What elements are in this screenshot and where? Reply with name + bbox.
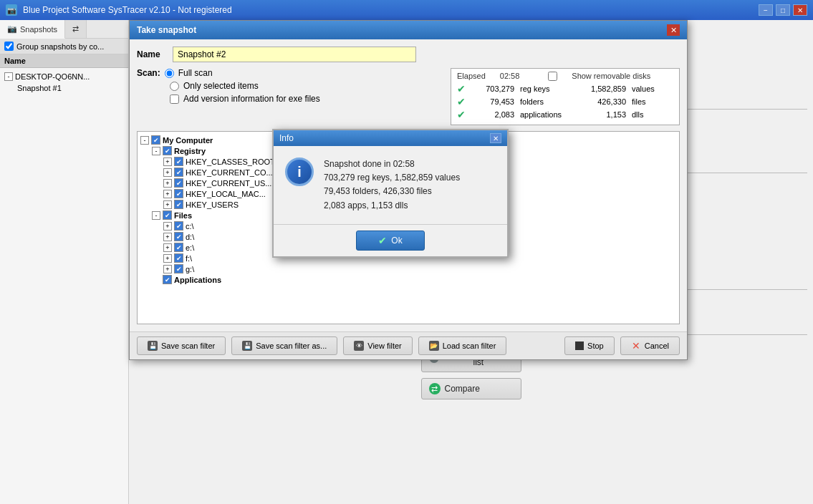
show-removable-label: Show removable disks [572, 72, 650, 81]
node-checkbox[interactable]: ✔ [174, 189, 183, 198]
node-label: HKEY_USERS [186, 200, 239, 209]
take-snapshot-dialog-title: Take snapshot [137, 25, 196, 35]
info-icon: i [285, 158, 314, 186]
node-label: My Computer [163, 136, 213, 145]
expand-button[interactable]: + [163, 265, 172, 273]
tree-node[interactable]: + ✔ g:\ [140, 263, 676, 274]
expand-button[interactable]: + [163, 243, 172, 252]
node-checkbox[interactable]: ✔ [174, 243, 183, 252]
tree-header: Name [0, 54, 128, 68]
info-dialog-body: i Snapshot done in 02:58 703,279 reg key… [274, 146, 507, 224]
node-label: Registry [174, 147, 206, 155]
expand-button[interactable]: + [163, 179, 172, 188]
compare-icon: ⇄ [429, 383, 441, 394]
close-window-button[interactable]: ✕ [793, 4, 807, 16]
info-text: Snapshot done in 02:58 703,279 reg keys,… [324, 158, 460, 213]
tree-computer-node[interactable]: - DESKTOP-QO6NN... [4, 71, 124, 82]
tree-node[interactable]: ✔ Applications [140, 274, 676, 285]
cancel-button[interactable]: ✕ Cancel [620, 336, 680, 355]
check-icon: ✔ [457, 109, 466, 120]
node-label: Applications [174, 276, 221, 284]
group-snapshots-label: Group snapshots by co... [16, 42, 104, 51]
node-label: e:\ [186, 243, 194, 252]
node-label: Files [174, 211, 192, 220]
tab-compare[interactable]: ⇄ [65, 20, 87, 38]
computer-label: DESKTOP-QO6NN... [15, 72, 90, 81]
show-removable-checkbox[interactable] [548, 72, 557, 81]
node-checkbox[interactable]: ✔ [151, 135, 160, 145]
stats-row: ✔ 703,279 reg keys 1,582,859 values [457, 83, 673, 94]
save-scan-filter-as-button[interactable]: 💾 Save scan filter as... [231, 336, 337, 355]
node-label: HKEY_CLASSES_ROOT [186, 158, 275, 166]
save-scan-filter-button[interactable]: 💾 Save scan filter [137, 336, 226, 355]
add-version-checkbox[interactable] [170, 94, 179, 104]
stats-row: ✔ 2,083 applications 1,153 dlls [457, 109, 673, 120]
node-checkbox[interactable]: ✔ [174, 157, 183, 166]
node-label: HKEY_LOCAL_MAC... [186, 190, 266, 198]
node-checkbox[interactable]: ✔ [174, 253, 183, 263]
collapse-button[interactable]: - [152, 147, 160, 155]
node-checkbox[interactable]: ✔ [174, 168, 183, 177]
info-line2: 703,279 reg keys, 1,582,859 values [324, 171, 460, 185]
tree-content: - DESKTOP-QO6NN... Snapshot #1 [0, 68, 128, 504]
scan-label-row: Scan: Full scan [137, 68, 443, 78]
maximize-button[interactable]: □ [776, 4, 790, 16]
node-checkbox[interactable]: ✔ [174, 264, 183, 273]
dialog-footer: 💾 Save scan filter 💾 Save scan filter as… [130, 331, 687, 359]
expand-computer[interactable]: - [4, 72, 13, 81]
expand-button[interactable]: + [163, 254, 172, 263]
expand-button[interactable]: + [163, 190, 172, 198]
take-snapshot-close-button[interactable]: ✕ [667, 24, 680, 36]
expand-button[interactable]: + [163, 200, 172, 209]
stop-button[interactable]: Stop [564, 336, 615, 355]
scan-label: Scan: [137, 68, 160, 78]
ok-check-icon: ✔ [378, 235, 387, 246]
collapse-button[interactable]: - [140, 136, 149, 145]
ok-button[interactable]: ✔ Ok [356, 231, 424, 251]
scan-options: Scan: Full scan Only selected items Add … [137, 68, 443, 125]
group-snapshots-checkbox[interactable] [4, 42, 14, 51]
only-selected-radio[interactable] [170, 82, 179, 91]
expand-button[interactable]: + [163, 233, 172, 241]
app-icon: 📷 [6, 4, 17, 16]
sidebar: 📷 Snapshots ⇄ Group snapshots by co... N… [0, 20, 129, 504]
cancel-icon: ✕ [631, 341, 641, 351]
expand-button[interactable]: + [163, 158, 172, 166]
node-checkbox[interactable]: ✔ [163, 210, 172, 220]
view-filter-icon: 👁 [354, 341, 364, 351]
info-line1: Snapshot done in 02:58 [324, 158, 460, 171]
tab-snapshots-label: Snapshots [20, 25, 57, 34]
stats-row: ✔ 79,453 folders 426,330 files [457, 96, 673, 107]
node-label: g:\ [186, 265, 194, 273]
load-scan-filter-button[interactable]: 📂 Load scan filter [418, 336, 507, 355]
expand-button[interactable]: + [163, 168, 172, 177]
node-label: d:\ [186, 233, 194, 241]
node-checkbox[interactable]: ✔ [174, 178, 183, 188]
node-checkbox[interactable]: ✔ [174, 200, 183, 209]
take-snapshot-dialog-titlebar: Take snapshot ✕ [130, 21, 687, 39]
only-selected-label: Only selected items [183, 81, 259, 91]
full-scan-radio[interactable] [165, 69, 174, 78]
name-input[interactable] [173, 47, 416, 62]
tree-snapshot-item[interactable]: Snapshot #1 [4, 82, 124, 94]
tab-snapshots[interactable]: 📷 Snapshots [0, 20, 65, 39]
view-filter-button[interactable]: 👁 View filter [343, 336, 412, 355]
node-checkbox[interactable]: ✔ [174, 232, 183, 241]
title-bar: 📷 Blue Project Software SysTracer v2.10 … [0, 0, 813, 20]
minimize-button[interactable]: − [759, 4, 773, 16]
node-checkbox[interactable]: ✔ [163, 146, 172, 155]
info-close-button[interactable]: ✕ [490, 133, 501, 143]
node-label: HKEY_CURRENT_CO... [186, 168, 273, 177]
expand-button[interactable]: + [163, 222, 172, 231]
node-checkbox[interactable]: ✔ [174, 221, 183, 231]
compare-button[interactable]: ⇄ Compare [421, 378, 521, 399]
elapsed-value: 02:58 [500, 72, 520, 81]
info-dialog-titlebar: Info ✕ [274, 130, 507, 146]
check-icon: ✔ [457, 83, 466, 94]
node-checkbox[interactable]: ✔ [163, 275, 172, 284]
scan-stats-box: Elapsed 02:58 Show removable disks ✔ 703… [451, 68, 680, 125]
node-label: HKEY_CURRENT_US... [186, 179, 271, 188]
compare-icon: ⇄ [72, 24, 79, 34]
info-line3: 79,453 folders, 426,330 files [324, 185, 460, 198]
collapse-button[interactable]: - [152, 211, 160, 220]
